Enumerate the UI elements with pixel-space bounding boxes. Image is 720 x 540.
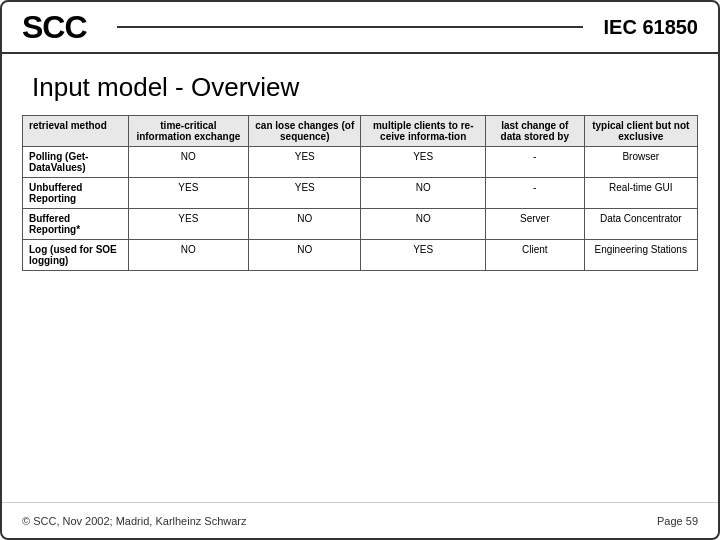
header: SCC IEC 61850 (2, 2, 718, 54)
standard-label: IEC 61850 (603, 16, 698, 39)
cell-0-2: YES (249, 147, 361, 178)
col-header-typical-client: typical client but not exclusive (584, 116, 697, 147)
cell-1-5: Real-time GUI (584, 178, 697, 209)
overview-table: retrieval method time-critical informati… (22, 115, 698, 271)
cell-1-3: NO (361, 178, 486, 209)
header-divider (117, 26, 584, 28)
cell-2-4: Server (486, 209, 585, 240)
page-title: Input model - Overview (32, 72, 688, 103)
page-title-section: Input model - Overview (2, 54, 718, 115)
cell-1-2: YES (249, 178, 361, 209)
cell-0-0: Polling (Get-DataValues) (23, 147, 129, 178)
cell-1-0: Unbuffered Reporting (23, 178, 129, 209)
col-header-can-lose: can lose changes (of sequence) (249, 116, 361, 147)
logo: SCC (22, 9, 87, 46)
cell-2-3: NO (361, 209, 486, 240)
cell-2-0: Buffered Reporting* (23, 209, 129, 240)
col-header-last-change: last change of data stored by (486, 116, 585, 147)
table-row: Polling (Get-DataValues)NOYESYES-Browser (23, 147, 698, 178)
table-row: Log (used for SOE logging)NONOYESClientE… (23, 240, 698, 271)
footer: © SCC, Nov 2002; Madrid, Karlheinz Schwa… (2, 502, 718, 538)
cell-2-2: NO (249, 209, 361, 240)
cell-3-3: YES (361, 240, 486, 271)
cell-3-0: Log (used for SOE logging) (23, 240, 129, 271)
cell-1-4: - (486, 178, 585, 209)
copyright: © SCC, Nov 2002; Madrid, Karlheinz Schwa… (22, 515, 247, 527)
table-container: retrieval method time-critical informati… (2, 115, 718, 502)
table-row: Buffered Reporting*YESNONOServerData Con… (23, 209, 698, 240)
cell-3-5: Engineering Stations (584, 240, 697, 271)
col-header-time-critical: time-critical information exchange (128, 116, 249, 147)
table-row: Unbuffered ReportingYESYESNO-Real-time G… (23, 178, 698, 209)
cell-2-1: YES (128, 209, 249, 240)
cell-3-2: NO (249, 240, 361, 271)
cell-0-4: - (486, 147, 585, 178)
col-header-retrieval: retrieval method (23, 116, 129, 147)
cell-0-5: Browser (584, 147, 697, 178)
cell-3-4: Client (486, 240, 585, 271)
cell-2-5: Data Concentrator (584, 209, 697, 240)
page-number: Page 59 (657, 515, 698, 527)
cell-0-1: NO (128, 147, 249, 178)
col-header-multiple-clients: multiple clients to re-ceive informa-tio… (361, 116, 486, 147)
cell-0-3: YES (361, 147, 486, 178)
cell-3-1: NO (128, 240, 249, 271)
cell-1-1: YES (128, 178, 249, 209)
slide: SCC IEC 61850 Input model - Overview ret… (0, 0, 720, 540)
